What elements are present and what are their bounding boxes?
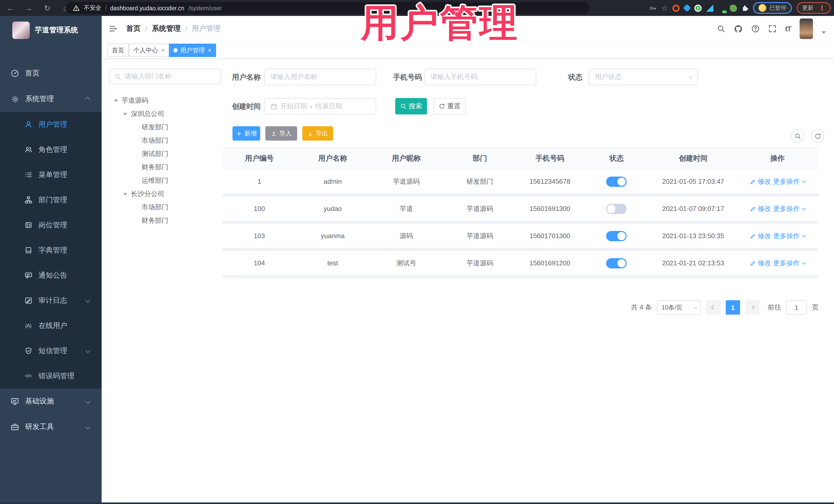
table-row: 1 admin 芋道源码 研发部门 15612345678 2021-01-05… — [223, 169, 819, 197]
tree-node[interactable]: 测试部门 — [102, 147, 221, 161]
tree-node[interactable]: 财务部门 — [102, 214, 221, 227]
grid-extension-icon[interactable] — [706, 4, 714, 12]
forward-icon[interactable]: → — [24, 4, 34, 12]
sidebar-item-dict[interactable]: 字典管理 — [0, 238, 102, 263]
github-icon[interactable] — [734, 24, 743, 33]
avatar-caret-icon[interactable] — [822, 31, 826, 34]
edit-link[interactable]: 修改 — [750, 231, 771, 240]
green-extension-icon[interactable]: y — [695, 4, 702, 12]
search-icon[interactable] — [717, 25, 725, 33]
status-toggle[interactable] — [607, 258, 627, 268]
text-size-icon[interactable]: tT — [785, 25, 791, 33]
back-icon[interactable]: ← — [5, 4, 15, 12]
page-size-select[interactable]: 10条/页 — [657, 300, 701, 314]
caret-down-icon[interactable] — [123, 193, 127, 195]
breadcrumb: 首页 / 系统管理 / 用户管理 — [126, 16, 221, 42]
caret-down-icon[interactable] — [123, 113, 127, 115]
sidebar-item-roles[interactable]: 角色管理 — [0, 137, 102, 162]
cell-id: 104 — [223, 259, 296, 267]
col-header-created: 创建时间 — [650, 154, 737, 163]
current-page[interactable]: 1 — [726, 300, 740, 314]
sidebar-item-error-codes[interactable]: </> 错误码管理 — [0, 364, 102, 389]
status-toggle[interactable] — [607, 176, 627, 187]
reload-icon[interactable]: ↻ — [42, 3, 52, 13]
fullscreen-icon[interactable] — [768, 25, 776, 33]
sidebar-item-menus[interactable]: 菜单管理 — [0, 162, 102, 187]
leaf-extension-icon[interactable] — [730, 4, 737, 12]
hamburger-icon[interactable] — [109, 25, 117, 33]
chevron-down-icon — [85, 348, 91, 353]
edit-link[interactable]: 修改 — [750, 258, 771, 268]
next-page-button[interactable] — [745, 300, 760, 314]
breadcrumb-system[interactable]: 系统管理 — [152, 24, 181, 34]
sidebar-item-online-users[interactable]: (A) 在线用户 — [0, 313, 102, 338]
cell-nickname: 测试号 — [369, 258, 443, 268]
more-actions-link[interactable]: 更多操作 — [773, 258, 805, 268]
profile-chip[interactable]: 已暂停 — [753, 2, 792, 14]
sidebar-item-system[interactable]: 系统管理 — [0, 86, 102, 112]
puzzle-extensions-icon[interactable] — [742, 5, 748, 11]
tree-node[interactable]: 市场部门 — [102, 134, 221, 147]
gem-extension-icon[interactable] — [683, 4, 691, 12]
tree-node[interactable]: 深圳总公司 — [102, 107, 221, 120]
status-toggle[interactable] — [607, 231, 627, 241]
close-icon[interactable]: × — [208, 47, 212, 54]
bookmark-star-icon[interactable]: ☆ — [661, 4, 668, 12]
tree-node[interactable]: 运维部门 — [102, 174, 221, 187]
switch-extension-icon[interactable]: on — [718, 4, 725, 12]
sidebar-item-dev-tools[interactable]: 研发工具 — [0, 414, 102, 440]
sidebar-logo[interactable]: 芋道管理系统 — [0, 16, 102, 45]
browser-menu-icon[interactable]: ⋮ — [819, 4, 825, 12]
more-actions-link[interactable]: 更多操作 — [773, 177, 805, 186]
sidebar-item-sms[interactable]: 短信管理 — [0, 338, 102, 364]
sidebar-item-label: 角色管理 — [39, 145, 67, 154]
import-button[interactable]: 导入 — [265, 126, 297, 140]
caret-down-icon[interactable] — [114, 99, 118, 102]
show-search-button[interactable] — [791, 129, 804, 143]
status-select[interactable]: 用户状态 — [589, 69, 698, 85]
dept-search-input[interactable]: 请输入部门名称 — [109, 69, 221, 84]
cell-dept: 芋道源码 — [443, 231, 517, 240]
reset-button[interactable]: 重置 — [434, 98, 465, 114]
ubuntu-extension-icon[interactable] — [672, 4, 680, 12]
status-toggle[interactable] — [607, 203, 627, 214]
add-button[interactable]: 新增 — [233, 126, 260, 140]
sidebar-item-infrastructure[interactable]: 基础设施 — [0, 389, 102, 414]
chevron-down-icon — [802, 179, 806, 183]
goto-page-input[interactable] — [786, 300, 807, 314]
cell-mobile: 15601701300 — [517, 232, 583, 240]
sidebar-item-audit-log[interactable]: 审计日志 — [0, 288, 102, 313]
key-icon[interactable] — [650, 4, 657, 12]
sidebar-item-label: 审计日志 — [39, 296, 67, 305]
refresh-table-button[interactable] — [811, 129, 824, 143]
tree-node[interactable]: 长沙分公司 — [102, 187, 221, 201]
sidebar-item-notice[interactable]: 通知公告 — [0, 263, 102, 288]
sidebar-item-users[interactable]: 用户管理 — [0, 112, 102, 137]
close-icon[interactable]: × — [161, 47, 165, 54]
tag-home[interactable]: 首页 — [107, 44, 129, 57]
tree-node[interactable]: 财务部门 — [102, 161, 221, 174]
more-actions-link[interactable]: 更多操作 — [773, 231, 805, 240]
tree-node[interactable]: 芋道源码 — [102, 94, 221, 107]
tag-user-management[interactable]: 用户管理 × — [169, 44, 216, 57]
sidebar-item-posts[interactable]: 岗位管理 — [0, 213, 102, 238]
edit-link[interactable]: 修改 — [750, 177, 771, 186]
overlay-annotation-title: 用户管理 — [361, 0, 519, 49]
tree-node[interactable]: 研发部门 — [102, 120, 221, 134]
update-chip[interactable]: 更新 ⋮ — [796, 2, 831, 14]
tag-profile[interactable]: 个人中心 × — [129, 44, 169, 57]
user-avatar[interactable] — [799, 19, 813, 39]
username-input[interactable]: 请输入用户名称 — [264, 69, 376, 85]
date-range-input[interactable]: 开始日期 - 结束日期 — [264, 98, 376, 114]
sidebar-item-home[interactable]: 首页 — [0, 61, 102, 86]
sidebar-item-depts[interactable]: 部门管理 — [0, 187, 102, 213]
tree-node[interactable]: 市场部门 — [102, 201, 221, 214]
edit-link[interactable]: 修改 — [750, 204, 771, 213]
prev-page-button[interactable] — [706, 300, 721, 314]
mobile-input[interactable]: 请输入手机号码 — [424, 69, 536, 85]
more-actions-link[interactable]: 更多操作 — [773, 204, 805, 213]
export-button[interactable]: 导出 — [302, 126, 333, 140]
breadcrumb-home[interactable]: 首页 — [126, 24, 140, 34]
search-button[interactable]: 搜索 — [395, 98, 427, 114]
help-icon[interactable] — [751, 25, 760, 33]
